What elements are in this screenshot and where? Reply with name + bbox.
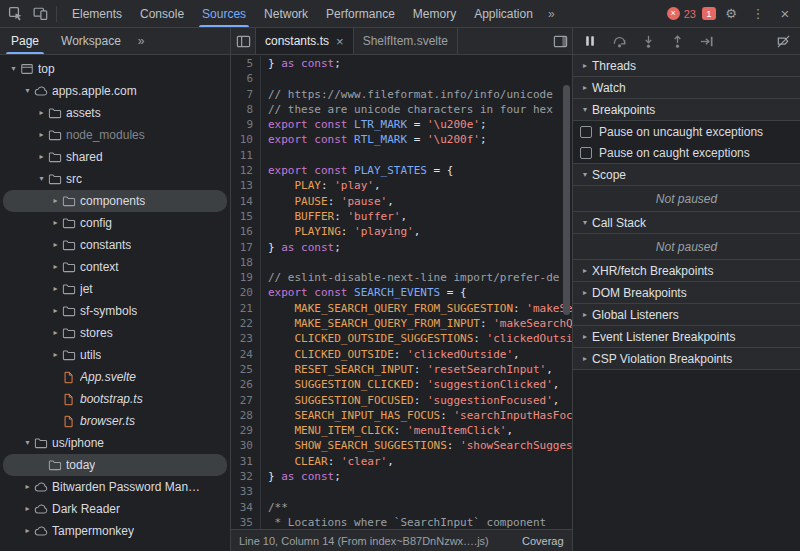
settings-gear-icon[interactable]: ⚙ [719, 2, 743, 26]
checkbox-row-pause-on-uncaught-exceptions[interactable]: Pause on uncaught exceptions [573, 121, 800, 142]
line-number[interactable]: 24 [231, 347, 261, 362]
tree-item-context[interactable]: ▸context [3, 256, 227, 278]
chevron-right-icon[interactable]: ▸ [49, 329, 62, 337]
chevron-right-icon[interactable]: ▸ [21, 483, 34, 491]
close-devtools-icon[interactable]: × [773, 2, 797, 26]
section-watch[interactable]: ▸Watch [573, 77, 800, 99]
tab-console[interactable]: Console [131, 0, 193, 27]
chevron-down-icon[interactable]: ▾ [7, 65, 20, 73]
step-icon[interactable] [698, 33, 714, 49]
tab-sources[interactable]: Sources [193, 0, 255, 27]
section-global-listeners[interactable]: ▸Global Listeners [573, 304, 800, 326]
line-number[interactable]: 34 [231, 500, 261, 515]
pause-icon[interactable] [582, 33, 598, 49]
editor-scrollbar[interactable] [563, 85, 570, 315]
line-number[interactable]: 7 [231, 87, 261, 102]
tree-item-browser-ts[interactable]: browser.ts [3, 410, 227, 432]
checkbox[interactable] [580, 147, 592, 159]
chevron-right-icon[interactable]: ▸ [49, 285, 62, 293]
chevron-down-icon[interactable]: ▾ [21, 439, 34, 447]
chevron-right-icon[interactable]: ▸ [49, 307, 62, 315]
tree-item-dark-reader[interactable]: ▸Dark Reader [3, 498, 227, 520]
tree-item-shared[interactable]: ▸shared [3, 146, 227, 168]
line-number[interactable]: 33 [231, 484, 261, 499]
sidebar-tab-workspace[interactable]: Workspace [50, 28, 132, 54]
toggle-navigator-icon[interactable] [231, 29, 255, 53]
tree-item-jet[interactable]: ▸jet [3, 278, 227, 300]
section-threads[interactable]: ▸Threads [573, 55, 800, 77]
line-number[interactable]: 5 [231, 56, 261, 71]
chevron-right-icon[interactable]: ▸ [21, 505, 34, 513]
close-tab-icon[interactable]: × [336, 35, 344, 48]
chevron-right-icon[interactable]: ▸ [49, 241, 62, 249]
chevron-down-icon[interactable]: ▾ [21, 87, 34, 95]
line-number[interactable]: 17 [231, 240, 261, 255]
tree-item-bitwarden-password-man[interactable]: ▸Bitwarden Password Man… [3, 476, 227, 498]
tree-item-app-svelte[interactable]: App.svelte [3, 366, 227, 388]
line-number[interactable]: 12 [231, 163, 261, 178]
line-number[interactable]: 19 [231, 270, 261, 285]
line-number[interactable]: 25 [231, 362, 261, 377]
tab-performance[interactable]: Performance [317, 0, 404, 27]
kebab-menu-icon[interactable]: ⋮ [746, 2, 770, 26]
chevron-right-icon[interactable]: ▸ [35, 131, 48, 139]
tree-item-bootstrap-ts[interactable]: bootstrap.ts [3, 388, 227, 410]
line-number[interactable]: 27 [231, 393, 261, 408]
tree-item-sf-symbols[interactable]: ▸sf-symbols [3, 300, 227, 322]
section-event-listener-breakpoints[interactable]: ▸Event Listener Breakpoints [573, 326, 800, 348]
tree-item-config[interactable]: ▸config [3, 212, 227, 234]
more-sidebar-tabs-chevron[interactable]: » [132, 28, 151, 54]
toggle-debugger-sidebar-icon[interactable] [548, 29, 572, 53]
line-number[interactable]: 29 [231, 423, 261, 438]
tree-item-stores[interactable]: ▸stores [3, 322, 227, 344]
editor-tab-constants-ts[interactable]: constants.ts× [255, 28, 354, 54]
line-number[interactable]: 10 [231, 132, 261, 147]
device-toolbar-icon[interactable] [28, 2, 52, 26]
chevron-right-icon[interactable]: ▸ [49, 351, 62, 359]
line-number[interactable]: 23 [231, 331, 261, 346]
tab-memory[interactable]: Memory [404, 0, 465, 27]
line-number[interactable]: 13 [231, 178, 261, 193]
line-number[interactable]: 16 [231, 224, 261, 239]
step-out-icon[interactable] [669, 33, 685, 49]
sidebar-tab-page[interactable]: Page [0, 28, 50, 54]
line-number[interactable]: 21 [231, 301, 261, 316]
editor-tab-shelfitem-svelte[interactable]: ShelfItem.svelte [354, 28, 458, 54]
checkbox[interactable] [580, 126, 592, 138]
chevron-right-icon[interactable]: ▸ [35, 153, 48, 161]
line-number[interactable]: 30 [231, 438, 261, 453]
tree-item-assets[interactable]: ▸assets [3, 102, 227, 124]
code-editor[interactable]: 5} as const;67// https://www.fileformat.… [231, 55, 572, 529]
line-number[interactable]: 6 [231, 71, 261, 86]
chevron-right-icon[interactable]: ▸ [49, 219, 62, 227]
line-number[interactable]: 31 [231, 454, 261, 469]
line-number[interactable]: 26 [231, 377, 261, 392]
step-over-icon[interactable] [611, 33, 627, 49]
line-number[interactable]: 22 [231, 316, 261, 331]
tree-item-constants[interactable]: ▸constants [3, 234, 227, 256]
tree-item-us-iphone[interactable]: ▾us/iphone [3, 432, 227, 454]
line-number[interactable]: 15 [231, 209, 261, 224]
chevron-right-icon[interactable]: ▸ [49, 263, 62, 271]
section-call-stack[interactable]: ▾Call Stack [573, 212, 800, 234]
tree-item-src[interactable]: ▾src [3, 168, 227, 190]
step-into-icon[interactable] [640, 33, 656, 49]
section-csp-violation-breakpoints[interactable]: ▸CSP Violation Breakpoints [573, 348, 800, 370]
line-number[interactable]: 28 [231, 408, 261, 423]
line-number[interactable]: 14 [231, 194, 261, 209]
error-badge[interactable]: × 23 [664, 7, 699, 20]
inspect-element-icon[interactable] [3, 2, 27, 26]
chevron-right-icon[interactable]: ▸ [35, 109, 48, 117]
section-breakpoints[interactable]: ▾Breakpoints [573, 99, 800, 121]
tree-item-today[interactable]: today [3, 454, 227, 476]
tree-item-utils[interactable]: ▸utils [3, 344, 227, 366]
tree-item-components[interactable]: ▸components [3, 190, 227, 212]
line-number[interactable]: 20 [231, 285, 261, 300]
tree-item-apps-apple-com[interactable]: ▾apps.apple.com [3, 80, 227, 102]
line-number[interactable]: 9 [231, 117, 261, 132]
coverage-status[interactable]: Coverage [522, 535, 564, 547]
line-number[interactable]: 8 [231, 102, 261, 117]
more-panels-chevron[interactable]: » [542, 0, 561, 27]
chevron-right-icon[interactable]: ▸ [21, 527, 34, 535]
tab-network[interactable]: Network [255, 0, 317, 27]
